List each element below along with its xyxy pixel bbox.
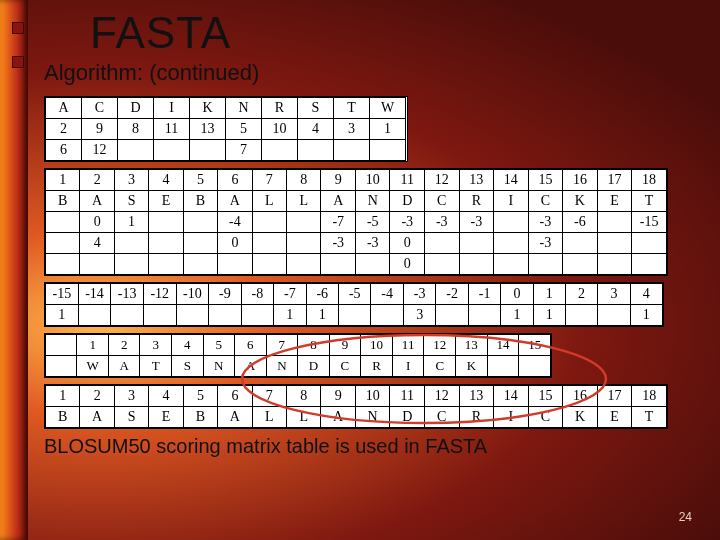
cell: -9: [209, 284, 241, 305]
table-2: 123456789101112131415161718BASEBALLANDCR…: [45, 169, 667, 275]
cell: 6: [46, 140, 82, 161]
cell: 7: [226, 140, 262, 161]
cell: 11: [390, 170, 425, 191]
cell: 15: [528, 386, 563, 407]
cell: C: [528, 191, 563, 212]
cell: [425, 233, 460, 254]
cell: A: [108, 356, 140, 377]
cell: 2: [46, 119, 82, 140]
cell: 4: [630, 284, 662, 305]
cell: L: [252, 191, 286, 212]
cell: [114, 254, 148, 275]
cell: [425, 254, 460, 275]
cell: N: [355, 407, 390, 428]
slide-content: FASTA Algorithm: (continued) ACDIKNRSTW2…: [44, 8, 706, 530]
cell: 13: [459, 170, 494, 191]
cell: 7: [266, 335, 298, 356]
cell: 5: [203, 335, 235, 356]
cell: 16: [563, 170, 598, 191]
cell: 11: [392, 335, 424, 356]
cell: -4: [218, 212, 252, 233]
cell: [46, 356, 77, 377]
cell: A: [80, 191, 114, 212]
cell: -14: [78, 284, 111, 305]
cell: R: [262, 98, 298, 119]
cell: [149, 254, 183, 275]
cell: 1: [46, 305, 79, 326]
cell: [487, 356, 519, 377]
cell: [46, 212, 80, 233]
bullet-square: [12, 22, 24, 34]
cell: 6: [218, 170, 252, 191]
cell: -3: [425, 212, 460, 233]
table-3-box: -15-14-13-12-10-9-8-7-6-5-4-3-2-10123411…: [44, 282, 664, 327]
cell: 1: [114, 212, 148, 233]
cell: T: [140, 356, 172, 377]
cell: -7: [321, 212, 355, 233]
cell: B: [46, 191, 80, 212]
cell: K: [456, 356, 488, 377]
cell: -4: [371, 284, 403, 305]
cell: 2: [80, 386, 114, 407]
cell: -8: [241, 284, 273, 305]
table-1-box: ACDIKNRSTW29811135104316127: [44, 96, 408, 162]
cell: K: [190, 98, 226, 119]
cell: N: [203, 356, 235, 377]
table-2-box: 123456789101112131415161718BASEBALLANDCR…: [44, 168, 668, 276]
cell: [218, 254, 252, 275]
cell: -3: [403, 284, 435, 305]
cell: A: [321, 407, 355, 428]
cell: [494, 254, 529, 275]
cell: C: [82, 98, 118, 119]
cell: -3: [355, 233, 390, 254]
cell: 3: [114, 170, 148, 191]
cell: 1: [533, 305, 565, 326]
table-5: 123456789101112131415161718BASEBALLANDCR…: [45, 385, 667, 428]
cell: L: [252, 407, 286, 428]
cell: K: [563, 191, 598, 212]
cell: 14: [494, 386, 529, 407]
cell: 3: [403, 305, 435, 326]
cell: 13: [456, 335, 488, 356]
cell: 0: [218, 233, 252, 254]
cell: [371, 305, 403, 326]
cell: R: [459, 407, 494, 428]
cell: [494, 212, 529, 233]
cell: 0: [390, 254, 425, 275]
cell: S: [298, 98, 334, 119]
cell: 7: [252, 386, 286, 407]
cell: 5: [183, 386, 217, 407]
cell: 1: [46, 170, 80, 191]
cell: T: [334, 98, 370, 119]
cell: [287, 212, 321, 233]
cell: I: [154, 98, 190, 119]
cell: 2: [565, 284, 597, 305]
cell: E: [149, 191, 183, 212]
cell: 14: [487, 335, 519, 356]
cell: 4: [149, 386, 183, 407]
cell: 12: [82, 140, 118, 161]
cell: 8: [298, 335, 330, 356]
cell: E: [597, 191, 632, 212]
cell: B: [46, 407, 80, 428]
cell: 8: [287, 386, 321, 407]
cell: [176, 305, 209, 326]
cell: [563, 254, 598, 275]
cell: 16: [563, 386, 598, 407]
cell: E: [149, 407, 183, 428]
cell: A: [321, 191, 355, 212]
cell: [459, 233, 494, 254]
cell: [459, 254, 494, 275]
cell: 13: [190, 119, 226, 140]
table-1: ACDIKNRSTW29811135104316127: [45, 97, 406, 161]
cell: [597, 212, 632, 233]
cell: W: [370, 98, 406, 119]
cell: C: [424, 407, 459, 428]
cell: [321, 254, 355, 275]
cell: 18: [632, 386, 667, 407]
bullet-square: [12, 56, 24, 68]
cell: 14: [494, 170, 529, 191]
cell: L: [287, 407, 321, 428]
cell: A: [218, 407, 252, 428]
cell: [183, 233, 217, 254]
